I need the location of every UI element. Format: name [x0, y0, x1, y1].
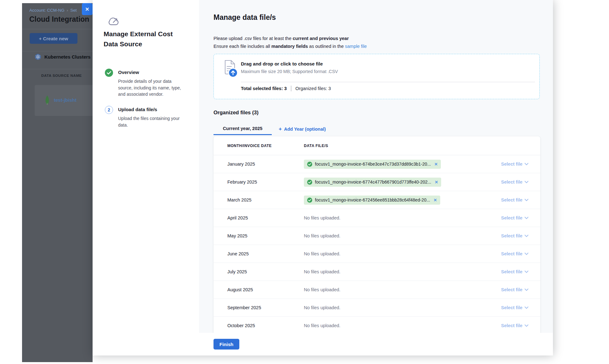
table-row: February 2025 focusv1_mongo-invoice-6774…: [213, 173, 540, 191]
month-cell: May 2025: [213, 233, 304, 238]
organized-files-table: MONTH/INVOICE DATE DATA FILE/S January 2…: [213, 136, 540, 333]
page-title: Cloud Integration: [29, 15, 89, 24]
no-files-text: No files uploaded.: [304, 269, 340, 274]
wizard-panel: Manage External Cost Data Source Overvie…: [93, 0, 199, 355]
divider: [22, 51, 93, 51]
upload-instructions: Please upload .csv files for at least th…: [213, 35, 367, 50]
mongodb-leaf-icon: [44, 95, 50, 105]
tab-current-year[interactable]: Current year, 2025: [213, 123, 272, 135]
finish-button[interactable]: Finish: [213, 339, 239, 350]
table-row: January 2025 focusv1_mongo-invoice-674be…: [213, 155, 540, 173]
select-file-dropdown[interactable]: Select file: [501, 305, 528, 310]
select-file-dropdown[interactable]: Select file: [501, 179, 528, 185]
month-cell: March 2025: [213, 197, 304, 202]
step-number-badge: 2: [105, 106, 113, 114]
chevron-down-icon: [525, 235, 528, 237]
chevron-down-icon: [525, 288, 528, 291]
table-row: August 2025 No files uploaded. Select fi…: [213, 281, 540, 299]
tab-kubernetes-clusters[interactable]: Kubernetes Clusters: [35, 54, 91, 60]
chevron-down-icon: [525, 163, 528, 165]
breadcrumb-section-link[interactable]: Set: [70, 8, 77, 13]
remove-file-icon[interactable]: ✕: [435, 180, 438, 185]
divider: [291, 86, 292, 91]
cloud-export-icon: [107, 16, 120, 27]
step-description: Provide details of your data source, inc…: [118, 78, 187, 98]
breadcrumb-account-link[interactable]: Account: CCM-NG: [29, 8, 65, 13]
column-header-month: MONTH/INVOICE DATE: [213, 144, 304, 148]
data-source-link[interactable]: test-jbisht: [54, 97, 77, 103]
dropzone-title: Drag and drop or click to choose file: [241, 61, 323, 66]
table-row: July 2025 No files uploaded. Select file: [213, 263, 540, 281]
no-files-text: No files uploaded.: [304, 305, 340, 310]
manage-data-drawer: Manage External Cost Data Source Overvie…: [93, 0, 553, 355]
remove-file-icon[interactable]: ✕: [434, 198, 437, 202]
kubernetes-icon: [35, 54, 41, 60]
step-title: Overview: [118, 70, 139, 75]
month-cell: June 2025: [213, 251, 304, 256]
table-row: April 2025 No files uploaded. Select fil…: [213, 209, 540, 227]
file-dropzone[interactable]: Drag and drop or click to choose file Ma…: [213, 54, 540, 99]
select-file-dropdown[interactable]: Select file: [501, 162, 528, 167]
create-new-button[interactable]: + Create new: [30, 33, 77, 44]
add-year-button[interactable]: + Add Year (optional): [279, 126, 326, 132]
select-file-dropdown[interactable]: Select file: [501, 269, 528, 274]
month-cell: August 2025: [213, 287, 304, 292]
month-cell: October 2025: [213, 323, 304, 328]
check-circle-icon: [307, 197, 312, 203]
tab-label: Kubernetes Clusters: [44, 54, 91, 60]
select-file-dropdown[interactable]: Select file: [501, 287, 528, 292]
select-file-dropdown[interactable]: Select file: [501, 323, 528, 328]
page: { "background_app": { "breadcrumb": { "a…: [0, 0, 609, 364]
total-selected-files: Total selected files: 3: [241, 86, 287, 91]
step-description: Upload the files containing your data.: [118, 115, 187, 128]
divider: [241, 82, 535, 82]
chevron-down-icon: [525, 181, 528, 183]
no-files-text: No files uploaded.: [304, 287, 340, 292]
month-cell: February 2025: [213, 179, 304, 185]
add-year-label: Add Year (optional): [284, 127, 326, 132]
table-row: March 2025 focusv1_mongo-invoice-672456e…: [213, 191, 540, 209]
no-files-text: No files uploaded.: [304, 323, 340, 328]
sample-file-link[interactable]: sample file: [345, 44, 367, 49]
close-icon[interactable]: ✕: [82, 3, 93, 15]
select-file-dropdown[interactable]: Select file: [501, 215, 528, 220]
breadcrumb: Account: CCM-NG › Set: [29, 8, 77, 13]
table-row: May 2025 No files uploaded. Select file: [213, 227, 540, 245]
month-cell: January 2025: [213, 162, 304, 167]
organized-files-count: Organized files: 3: [295, 86, 331, 91]
month-cell: April 2025: [213, 215, 304, 220]
no-files-text: No files uploaded.: [304, 233, 340, 238]
month-cell: September 2025: [213, 305, 304, 310]
instruction-line-1: Please upload .csv files for at least th…: [213, 35, 367, 43]
data-source-row[interactable]: test-jbisht: [35, 85, 93, 116]
chevron-down-icon: [525, 306, 528, 309]
table-header-row: MONTH/INVOICE DATE DATA FILE/S: [213, 136, 540, 155]
select-file-dropdown[interactable]: Select file: [501, 233, 528, 238]
check-circle-icon: [307, 162, 312, 167]
organized-files-heading: Organized files (3): [213, 110, 259, 116]
divider: [22, 69, 93, 69]
file-upload-icon: [223, 60, 238, 77]
dropzone-subtitle: Maximum file size 20 MB; Supported forma…: [241, 69, 338, 74]
select-file-dropdown[interactable]: Select file: [501, 197, 528, 202]
select-file-dropdown[interactable]: Select file: [501, 251, 528, 256]
column-header-data-source-name: DATA SOURCE NAME: [41, 74, 82, 77]
chevron-down-icon: [525, 324, 528, 327]
column-header-data-file: DATA FILE/S: [304, 144, 540, 148]
wizard-title: Manage External Cost Data Source: [104, 29, 182, 49]
chevron-down-icon: [525, 217, 528, 219]
chevron-down-icon: [525, 253, 528, 255]
remove-file-icon[interactable]: ✕: [434, 162, 438, 167]
file-name: focusv1_mongo-invoice-6774c477b667901d77…: [315, 179, 431, 185]
divider: [22, 29, 93, 29]
breadcrumb-chevron-icon: ›: [67, 8, 68, 13]
file-chip: focusv1_mongo-invoice-674be3ce47c73d37dd…: [304, 160, 441, 169]
file-chip: focusv1_mongo-invoice-6774c477b667901d77…: [304, 178, 441, 187]
dimmed-background-page: Account: CCM-NG › Set Cloud Integration …: [22, 3, 93, 362]
file-counts: Total selected files: 3 Organized files:…: [241, 86, 331, 91]
file-chip: focusv1_mongo-invoice-672456ee851bbb28c6…: [304, 196, 440, 205]
month-cell: July 2025: [213, 269, 304, 274]
check-circle-icon: [105, 69, 113, 77]
main-panel: Manage data file/s Please upload .csv fi…: [199, 0, 553, 333]
step-title: Upload data file/s: [118, 107, 157, 112]
